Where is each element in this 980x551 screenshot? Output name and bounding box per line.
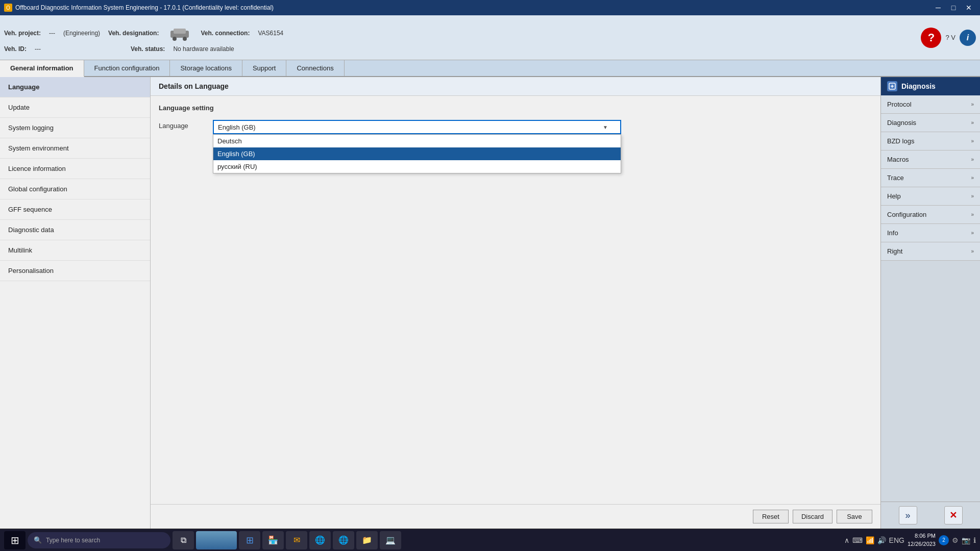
tray-caret-icon[interactable]: ∧ [844,536,849,544]
close-button[interactable]: ✕ [962,2,976,13]
tray-icon-3[interactable]: ℹ [973,536,976,544]
right-panel-item-trace[interactable]: Trace » [881,169,980,187]
network-icon[interactable]: 📶 [866,536,874,544]
panel-content: Language setting Language English (GB) ▼… [151,96,880,504]
right-panel-item-help[interactable]: Help » [881,187,980,206]
sidebar-item-system-environment[interactable]: System environment [0,138,150,159]
maximize-button[interactable]: □ [946,2,961,13]
forward-button[interactable]: » [899,506,917,524]
dropdown-option-russian[interactable]: русский (RU) [213,160,621,173]
veh-designation-icon [167,23,192,43]
right-panel-footer: » ✕ [881,502,980,529]
taskview-button[interactable]: ⧉ [173,531,194,549]
discard-button[interactable]: Discard [793,510,832,523]
taskbar-app-3[interactable]: ✉ [286,531,307,549]
right-panel-item-trace-label: Trace [887,174,904,182]
sidebar: Language Update System logging System en… [0,77,151,529]
sidebar-item-multilink[interactable]: Multilink [0,240,150,261]
tray-icon-2[interactable]: 📷 [962,536,970,544]
tray-icon-1[interactable]: ⚙ [952,536,959,544]
sidebar-item-diagnostic-data[interactable]: Diagnostic data [0,220,150,240]
veh-connection-label: Veh. connection: [201,30,250,37]
tab-function-configuration[interactable]: Function configuration [84,60,170,76]
language-label: ENG [889,536,904,544]
veh-connection-value: VAS6154 [258,30,283,37]
clock-time: 8:06 PM [908,532,936,540]
header-row-2: Veh. ID: --- Veh. status: No hardware av… [4,45,911,53]
language-dropdown[interactable]: English (GB) ▼ Deutsch English (GB) русс… [213,120,621,134]
right-panel-item-macros[interactable]: Macros » [881,151,980,169]
right-panel-item-info-label: Info [887,229,898,237]
taskbar-app-7[interactable]: 💻 [380,531,401,549]
dropdown-option-deutsch[interactable]: Deutsch [213,135,621,147]
start-button[interactable]: ⊞ [4,531,26,549]
right-panel-item-diagnosis[interactable]: Diagnosis » [881,114,980,132]
right-panel-header: Diagnosis [881,77,980,95]
sidebar-item-licence-information[interactable]: Licence information [0,159,150,179]
help-icon[interactable]: ? [921,28,941,48]
sidebar-item-gff-sequence[interactable]: GFF sequence [0,199,150,220]
tab-connections[interactable]: Connections [286,60,344,76]
right-panel-item-configuration-label: Configuration [887,211,926,218]
close-x-button[interactable]: ✕ [944,506,963,524]
svg-rect-1 [174,29,186,34]
title-bar-left: O Offboard Diagnostic Information System… [4,4,274,12]
app2-icon: 🏪 [268,535,278,545]
minimize-button[interactable]: ─ [931,2,945,13]
volume-icon[interactable]: 🔊 [877,536,886,544]
chevron-down-icon: » [971,212,974,217]
chevron-down-icon: » [971,230,974,236]
right-panel-item-configuration[interactable]: Configuration » [881,206,980,224]
tab-support[interactable]: Support [242,60,287,76]
veh-designation-label: Veh. designation: [108,30,159,37]
sidebar-item-personalisation[interactable]: Personalisation [0,261,150,281]
taskbar-app-4[interactable]: 🌐 [309,531,331,549]
svg-point-3 [183,37,187,41]
right-panel-item-right[interactable]: Right » [881,242,980,261]
taskbar-app-1[interactable]: ⊞ [239,531,260,549]
taskbar-app-6[interactable]: 📁 [356,531,378,549]
info-button[interactable]: i [960,30,976,46]
diagnosis-panel-icon [887,81,897,91]
taskbar-tray: ∧ ⌨ 📶 🔊 ENG 8:06 PM 12/26/2023 2 ⚙ 📷 ℹ [844,532,976,548]
app-icon: O [4,4,12,12]
app7-icon: 💻 [385,535,396,545]
dropdown-list[interactable]: Deutsch English (GB) русский (RU) [213,134,621,173]
sidebar-item-update[interactable]: Update [0,97,150,118]
chevron-down-icon: » [971,248,974,254]
selected-option-text: English (GB) [218,123,256,131]
header-row-1: Veh. project: --- (Engineering) Veh. des… [4,23,911,43]
chevron-down-icon: » [971,138,974,144]
vehicle-info: Veh. project: --- (Engineering) Veh. des… [4,23,911,53]
keyboard-icon[interactable]: ⌨ [852,536,863,544]
chevron-down-icon: » [971,120,974,126]
right-panel-item-bzd-logs-label: BZD logs [887,137,914,145]
sidebar-item-system-logging[interactable]: System logging [0,118,150,138]
app-content: Language Update System logging System en… [0,77,980,529]
language-field-label: Language [159,120,205,130]
dropdown-selected-value[interactable]: English (GB) ▼ [213,120,621,134]
reset-button[interactable]: Reset [753,510,789,523]
sidebar-item-global-configuration[interactable]: Global configuration [0,179,150,199]
sidebar-item-language[interactable]: Language [0,77,150,97]
app5-icon: 🌐 [338,535,349,545]
app4-icon: 🌐 [315,535,325,545]
save-button[interactable]: Save [837,510,872,523]
dropdown-option-english-gb[interactable]: English (GB) [213,147,621,160]
right-panel-item-bzd-logs[interactable]: BZD logs » [881,132,980,151]
right-panel-item-info[interactable]: Info » [881,224,980,242]
engineering-label: (Engineering) [63,30,100,37]
tab-general-information[interactable]: General information [0,60,84,77]
right-panel-item-protocol[interactable]: Protocol » [881,95,980,114]
tab-storage-locations[interactable]: Storage locations [170,60,242,76]
app1-icon: ⊞ [246,535,254,546]
search-icon: 🔍 [34,536,42,544]
taskbar-app-2[interactable]: 🏪 [262,531,284,549]
veh-id-value: --- [35,45,41,53]
right-panel-items: Protocol » Diagnosis » BZD logs » Macros… [881,95,980,502]
taskbar-search-bar[interactable]: 🔍 Type here to search [28,532,170,548]
notification-badge[interactable]: 2 [939,535,949,545]
title-bar-controls: ─ □ ✕ [931,2,976,13]
header-right: ? ? V i [921,28,976,48]
taskbar-app-5[interactable]: 🌐 [333,531,354,549]
